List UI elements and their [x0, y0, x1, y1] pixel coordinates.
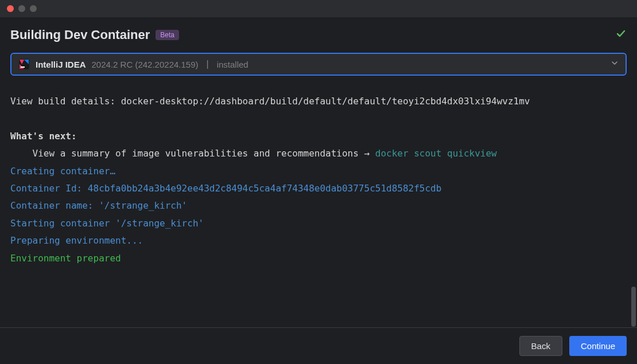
beta-badge: Beta — [156, 30, 179, 40]
dialog-header: Building Dev Container Beta — [10, 28, 627, 42]
success-check-icon — [615, 28, 627, 42]
chevron-down-icon — [611, 59, 619, 69]
ide-selector-dropdown[interactable]: IntelliJ IDEA 2024.2 RC (242.20224.159) … — [10, 53, 627, 76]
scrollbar-thumb[interactable] — [631, 287, 636, 327]
log-line: View a summary of image vulnerabilities … — [10, 148, 497, 159]
ide-name: IntelliJ IDEA — [36, 60, 86, 69]
dialog-title: Building Dev Container — [10, 28, 150, 42]
svg-rect-1 — [21, 66, 25, 68]
minimize-window-button[interactable] — [18, 5, 25, 12]
log-line: Starting container '/strange_kirch' — [10, 218, 204, 229]
log-line: What's next: — [10, 131, 77, 142]
ide-status: installed — [217, 60, 248, 69]
log-line: Creating container… — [10, 166, 115, 177]
log-line: Container name: '/strange_kirch' — [10, 200, 187, 211]
log-line: Preparing environment... — [10, 235, 143, 246]
intellij-icon — [18, 58, 30, 70]
maximize-window-button[interactable] — [30, 5, 37, 12]
back-button[interactable]: Back — [519, 336, 562, 356]
dialog-footer: Back Continue — [0, 327, 637, 364]
log-line: View build details: docker-desktop://das… — [10, 96, 530, 107]
build-log-output: View build details: docker-desktop://das… — [10, 93, 627, 267]
close-window-button[interactable] — [7, 5, 14, 12]
ide-separator: | — [207, 59, 209, 69]
ide-version: 2024.2 RC (242.20224.159) — [92, 60, 199, 69]
continue-button[interactable]: Continue — [569, 336, 627, 356]
log-line: Container Id: 48cbfa0bb24a3b4e92ee43d2c8… — [10, 183, 441, 194]
window-titlebar — [0, 0, 637, 17]
log-line: Environment prepared — [10, 253, 121, 264]
